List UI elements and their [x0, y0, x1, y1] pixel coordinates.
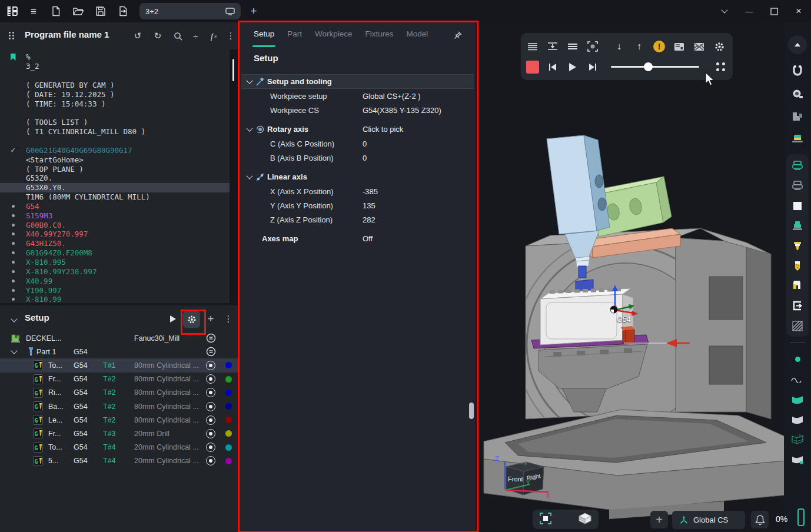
group-linear-axis[interactable]: Linear axis	[241, 169, 474, 184]
visibility-radio-icon[interactable]	[206, 358, 215, 372]
prop-row[interactable]: X (Axis X Position) -385	[241, 184, 474, 198]
chevron-down-icon[interactable]	[246, 77, 252, 84]
group-rotary-axis[interactable]: Rotary axis Click to pick	[241, 122, 474, 137]
run-simulation-icon[interactable]	[166, 312, 180, 326]
stop-icon[interactable]	[524, 59, 541, 75]
more-menu-icon[interactable]: ⋮	[224, 29, 238, 43]
setup-row-op[interactable]: GFr...G54T#320mm Drill	[0, 427, 238, 440]
tab-fixtures[interactable]: Fixtures	[365, 29, 394, 47]
skip-to-start-icon[interactable]	[544, 59, 561, 75]
tab-setup[interactable]: Setup	[254, 29, 274, 47]
new-file-icon[interactable]	[47, 2, 65, 20]
code-line[interactable]: ✓G00G21G40G49G69G80G90G17	[0, 145, 230, 155]
speed-slider-knob[interactable]	[644, 62, 653, 71]
code-line[interactable]: X-810.99	[0, 295, 230, 302]
stock-solid-icon[interactable]	[788, 218, 807, 234]
prop-row[interactable]: Workpiece CS G54(X385 Y-135 Z320)	[241, 103, 474, 117]
arrow-up-icon[interactable]: ↑	[631, 38, 647, 55]
pin-icon[interactable]	[453, 31, 463, 42]
setup-row-op[interactable]: G5...G54T#420mm Cylindrical ...	[0, 454, 238, 468]
add-setup-icon[interactable]: +	[204, 312, 218, 326]
code-line[interactable]: Y190.997	[0, 285, 230, 295]
gcode-editor[interactable]: %3_2( GENERATED BY CAM )( DATE: 19.12.20…	[0, 49, 230, 302]
cube-front-face[interactable]: Front	[508, 476, 523, 483]
visibility-radio-icon[interactable]	[206, 454, 215, 468]
setup-row-machine[interactable]: DECKEL...Fanuc30i_Mill	[0, 331, 238, 345]
curve-icon[interactable]	[788, 371, 807, 387]
setup-row-op[interactable]: GTo...G54T#420mm Cylindrical ...	[0, 441, 238, 454]
chevron-down-icon[interactable]	[246, 125, 252, 131]
code-line[interactable]: G53X0.Y0.	[0, 183, 230, 192]
prop-row[interactable]: C (Axis C Position) 0	[241, 137, 474, 151]
isometric-view-icon[interactable]	[579, 513, 591, 526]
visibility-radio-icon[interactable]	[206, 441, 215, 454]
drill-tool-icon[interactable]	[788, 258, 807, 274]
no-collision-icon[interactable]	[691, 38, 707, 55]
code-line[interactable]: ( T1 CYLINDRICAL_MILL D80 )	[0, 127, 230, 137]
stock-box-icon[interactable]	[788, 198, 807, 214]
panel-scrollbar-thumb[interactable]	[469, 403, 474, 419]
lines-all-icon[interactable]	[524, 38, 541, 55]
rotary-axis-value[interactable]: Click to pick	[363, 125, 403, 134]
surface-solid-icon[interactable]	[788, 391, 807, 407]
export-file-icon[interactable]	[114, 2, 132, 20]
tab-part[interactable]: Part	[287, 29, 302, 47]
code-line[interactable]: ( TOP PLANE )	[0, 164, 230, 174]
operation-color-dot[interactable]	[225, 386, 232, 400]
visibility-radio-icon[interactable]	[206, 427, 215, 440]
circle-equals-icon[interactable]	[206, 331, 216, 345]
setup-row-part[interactable]: Part 1G54	[0, 345, 238, 358]
code-line[interactable]: G00B0.C0.	[0, 220, 230, 230]
prop-row[interactable]: Y (Axis Y Position) 135	[241, 198, 474, 212]
chevron-down-icon[interactable]	[246, 172, 252, 179]
code-line[interactable]: ( TIME: 15:04:33 )	[0, 99, 230, 108]
code-line[interactable]: G01G94Z0.F200M8	[0, 248, 230, 258]
operation-color-dot[interactable]	[225, 400, 232, 413]
setup-more-menu-icon[interactable]: ⋮	[221, 312, 235, 326]
viewport-3d[interactable]: G54 ↓ ↑ !	[477, 22, 811, 532]
code-line[interactable]	[0, 71, 230, 81]
operation-color-dot[interactable]	[225, 358, 232, 372]
operation-color-dot[interactable]	[225, 441, 232, 454]
tab-workpiece[interactable]: Workpiece	[315, 29, 353, 47]
setup-settings-gear-icon[interactable]	[183, 311, 200, 328]
document-tab[interactable]: 3+2	[139, 3, 241, 19]
code-line[interactable]: G54	[0, 202, 230, 211]
machine-visible-icon[interactable]	[788, 158, 807, 174]
point-marker-icon[interactable]	[788, 351, 807, 367]
report-panel-icon[interactable]	[671, 38, 687, 55]
setup-row-op[interactable]: GRi...G54T#280mm Cylindrical ...	[0, 386, 238, 400]
close-button[interactable]: ×	[789, 2, 809, 20]
settings-gear-icon[interactable]	[711, 38, 727, 55]
view-cube[interactable]: Z Front Right Top Y X	[490, 455, 554, 511]
main-menu-icon[interactable]: ≡	[25, 2, 42, 20]
group-setup-and-tooling[interactable]: Setup and tooling	[241, 74, 474, 89]
layout-chevron-icon[interactable]	[714, 2, 734, 20]
code-line[interactable]	[0, 137, 230, 146]
save-icon[interactable]	[92, 2, 109, 20]
maximize-button[interactable]	[764, 2, 784, 20]
setup-row-op[interactable]: GFr...G54T#280mm Cylindrical ...	[0, 373, 238, 386]
arrow-down-icon[interactable]: ↓	[611, 38, 627, 55]
drag-handle-icon[interactable]	[9, 32, 15, 39]
stock-icon[interactable]	[788, 131, 807, 147]
code-line[interactable]: %	[0, 52, 230, 62]
visibility-radio-icon[interactable]	[206, 400, 215, 413]
holder-clamp-icon[interactable]	[788, 278, 807, 294]
code-line[interactable]: ( GENERATED BY CAM )	[0, 81, 230, 90]
machine-hidden-icon[interactable]	[788, 178, 807, 194]
redo-icon[interactable]: ↻	[151, 29, 165, 43]
prop-row[interactable]: B (Axis B Position) 0	[241, 151, 474, 165]
fit-view-icon[interactable]	[540, 513, 551, 526]
code-line[interactable]: X40.99	[0, 276, 230, 285]
code-line[interactable]: ( TOOLS LIST )	[0, 118, 230, 127]
prop-row[interactable]: Z (Axis Z Position) 282	[241, 212, 474, 227]
prop-row[interactable]: Workpiece setup Global CS+(Z-2 )	[241, 89, 474, 103]
operation-color-dot[interactable]	[225, 454, 232, 468]
split-view-icon[interactable]: ÷	[188, 29, 202, 43]
focus-frame-icon[interactable]	[584, 38, 601, 55]
lines-dense-icon[interactable]	[564, 38, 581, 55]
magnet-icon[interactable]	[788, 62, 807, 79]
collapse-chevron-icon[interactable]	[7, 313, 21, 327]
code-line[interactable]: X-810.995	[0, 258, 230, 267]
